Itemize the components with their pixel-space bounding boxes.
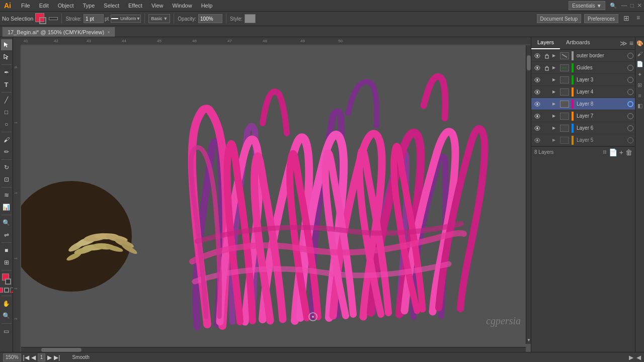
menu-view[interactable]: View xyxy=(147,2,168,10)
next-page-btn[interactable]: ▶ xyxy=(47,354,52,361)
menu-type[interactable]: Type xyxy=(79,2,99,10)
hand-tool[interactable]: ✋ xyxy=(1,298,12,309)
page-number[interactable]: 1 xyxy=(38,353,46,361)
menu-help[interactable]: Help xyxy=(197,2,217,10)
panel-toggle-btn[interactable]: ⊞ xyxy=(621,14,631,23)
hscroll-thumb[interactable] xyxy=(41,348,82,352)
prev-page-btn[interactable]: ◀ xyxy=(31,354,36,361)
layer-row-outer-border[interactable]: ▶ outer border xyxy=(531,50,635,62)
layer-expand-3[interactable]: ▶ xyxy=(552,77,557,82)
maximize-btn[interactable]: □ xyxy=(630,2,634,9)
align-icon[interactable]: ≡ xyxy=(638,93,641,99)
layer-target-4[interactable] xyxy=(627,89,633,95)
close-btn[interactable]: ✕ xyxy=(637,2,642,9)
layer-row-guides[interactable]: ▶ Guides xyxy=(531,62,635,74)
layer-lock-8[interactable] xyxy=(543,101,550,108)
play-btn[interactable]: ▶ xyxy=(629,354,633,361)
canvas-content[interactable]: cgpersia xyxy=(21,45,531,352)
layer-expand-guides[interactable]: ▶ xyxy=(552,65,557,70)
layers-tab[interactable]: Layers xyxy=(531,37,560,49)
color-palette-icon[interactable]: 🎨 xyxy=(636,40,643,47)
transform-icon[interactable]: ⊞ xyxy=(637,82,642,88)
layer-expand-8[interactable]: ▶ xyxy=(552,102,557,106)
layer-visibility-8[interactable] xyxy=(533,100,541,108)
fill-color-box[interactable] xyxy=(35,13,46,24)
pathfinder-icon[interactable]: ◧ xyxy=(637,103,642,109)
layer-target-6[interactable] xyxy=(627,125,633,131)
zoom-tool[interactable]: 🔍 xyxy=(1,310,12,321)
brush-icon[interactable]: 🖌 xyxy=(637,51,642,57)
artboard-tool[interactable]: ▭ xyxy=(1,326,12,337)
scale-tool[interactable]: ⊡ xyxy=(1,174,12,185)
layer-visibility-7[interactable] xyxy=(533,112,541,120)
essentials-dropdown[interactable]: Essentials ▼ xyxy=(569,1,605,10)
fill-type-selector[interactable]: Basic ▼ xyxy=(148,14,170,23)
menu-window[interactable]: Window xyxy=(169,2,196,10)
artboards-tab[interactable]: Artboards xyxy=(560,37,596,49)
ellipse-tool[interactable]: ○ xyxy=(1,119,12,130)
selection-tool[interactable] xyxy=(1,39,12,50)
layer-row-4[interactable]: ▶ Layer 4 xyxy=(531,86,635,98)
layer-visibility-3[interactable] xyxy=(533,76,541,84)
layer-row-6[interactable]: ▶ Layer 6 xyxy=(531,122,635,134)
stroke-mini[interactable] xyxy=(4,288,9,293)
appearance-icon[interactable]: ✦ xyxy=(637,71,642,78)
menu-effect[interactable]: Effect xyxy=(124,2,146,10)
eyedropper-tool[interactable]: 🔍 xyxy=(1,217,12,228)
first-page-btn[interactable]: |◀ xyxy=(23,354,29,361)
layer-visibility-6[interactable] xyxy=(533,124,541,132)
stroke-preview[interactable]: Uniform ▼ xyxy=(111,15,141,23)
search-input[interactable]: 🔍 xyxy=(608,3,618,9)
layer-lock-guides[interactable] xyxy=(543,64,550,71)
mesh-tool[interactable]: ⊞ xyxy=(1,257,12,268)
blend-tool[interactable]: ⇌ xyxy=(1,229,12,240)
tab-close-btn[interactable]: × xyxy=(107,30,110,35)
style-preview[interactable] xyxy=(245,14,256,23)
scroll-thumb[interactable] xyxy=(527,55,531,70)
last-page-btn[interactable]: ▶| xyxy=(54,354,60,361)
panel-menu-btn[interactable]: ≡ xyxy=(629,39,633,47)
panel-expand-btn[interactable]: ≫ xyxy=(620,39,627,47)
vertical-scrollbar[interactable]: ▼ xyxy=(526,45,531,344)
menu-edit[interactable]: Edit xyxy=(35,2,53,10)
menu-file[interactable]: File xyxy=(17,2,34,10)
layer-expand-4[interactable]: ▶ xyxy=(552,89,557,94)
fill-mini[interactable] xyxy=(0,288,3,293)
arrange-btn[interactable]: ≡ xyxy=(634,14,642,23)
layer-row-3[interactable]: ▶ Layer 3 xyxy=(531,74,635,86)
layer-target-8[interactable] xyxy=(627,101,633,107)
stroke-width-input[interactable] xyxy=(84,14,104,23)
layer-lock-4[interactable] xyxy=(543,88,550,96)
document-tab[interactable]: 17_Begin.ai* @ 150% (CMYK/Preview) × xyxy=(2,27,115,37)
layer-visibility-4[interactable] xyxy=(533,88,541,96)
warp-tool[interactable]: ≋ xyxy=(1,190,12,201)
layer-target-5[interactable] xyxy=(627,137,633,143)
preferences-btn[interactable]: Preferences xyxy=(584,14,618,23)
layer-row-7[interactable]: ▶ Layer 7 xyxy=(531,110,635,122)
horizontal-scrollbar[interactable] xyxy=(21,347,526,352)
layer-lock-outer-border[interactable] xyxy=(543,52,550,59)
layer-target-7[interactable] xyxy=(627,113,633,119)
make-sublayer-btn[interactable]: ⌗ xyxy=(603,148,607,156)
layer-target-3[interactable] xyxy=(627,77,633,83)
layer-row-8[interactable]: ▶ Layer 8 xyxy=(531,98,635,110)
layer-expand-5[interactable]: ▶ xyxy=(552,138,557,142)
color-indicators[interactable] xyxy=(1,274,12,285)
opacity-input[interactable] xyxy=(198,14,222,23)
pencil-tool[interactable]: ✏ xyxy=(1,146,12,157)
layer-row-5[interactable]: ▶ Layer 5 xyxy=(531,134,635,146)
type-tool[interactable]: T xyxy=(1,79,12,90)
scroll-down-btn[interactable]: ▼ xyxy=(526,336,531,344)
menu-object[interactable]: Object xyxy=(54,2,78,10)
direct-selection-tool[interactable] xyxy=(1,51,12,62)
layer-target-guides[interactable] xyxy=(627,65,633,71)
layer-visibility-outer-border[interactable] xyxy=(533,52,541,60)
layer-expand-7[interactable]: ▶ xyxy=(552,114,557,118)
menu-select[interactable]: Select xyxy=(100,2,123,10)
graph-tool[interactable]: 📊 xyxy=(1,202,12,213)
layer-expand-6[interactable]: ▶ xyxy=(552,126,557,130)
layer-visibility-guides[interactable] xyxy=(533,64,541,72)
gradient-tool[interactable]: ■ xyxy=(1,245,12,256)
line-tool[interactable]: ╱ xyxy=(1,95,12,106)
delete-layer-btn[interactable]: 🗑 xyxy=(625,148,632,156)
